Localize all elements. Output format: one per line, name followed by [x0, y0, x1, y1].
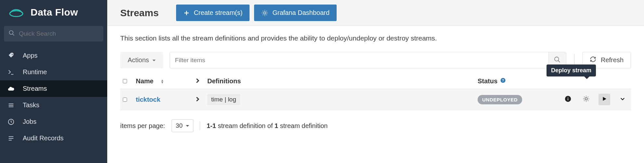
svg-rect-19	[568, 98, 568, 100]
filter-box	[170, 52, 566, 68]
quick-search[interactable]	[4, 26, 103, 41]
column-name-header[interactable]: Name	[136, 77, 153, 85]
svg-point-1	[9, 31, 13, 35]
chevron-right-icon[interactable]	[194, 96, 201, 103]
actions-dropdown[interactable]: Actions	[120, 52, 163, 68]
page-title: Streams	[120, 7, 159, 18]
sidebar-item-label: Jobs	[23, 118, 36, 125]
grafana-icon	[261, 9, 268, 17]
per-page-value: 30	[176, 122, 183, 129]
details-button[interactable]	[562, 94, 574, 105]
sort-icon[interactable]: ▲▼	[161, 79, 164, 84]
sidebar-item-audit[interactable]: Audit Records	[0, 130, 107, 146]
column-definitions-header: Definitions	[207, 77, 241, 85]
tags-icon	[7, 52, 15, 59]
list-icon	[7, 102, 15, 109]
cloud-icon	[7, 85, 15, 92]
sidebar-item-runtime[interactable]: Runtime	[0, 64, 107, 80]
search-icon	[8, 30, 15, 38]
button-label: Create stream(s)	[194, 9, 242, 17]
pager-total: 1	[275, 122, 278, 129]
stream-definition: time | log	[207, 94, 240, 105]
chevron-right-icon[interactable]	[194, 77, 201, 85]
sidebar-item-label: Tasks	[23, 101, 39, 109]
select-all-checkbox[interactable]	[123, 79, 127, 83]
filter-input[interactable]	[170, 52, 548, 68]
pager-summary: 1-1 stream definition of 1 stream defini…	[207, 122, 328, 130]
sidebar: Data Flow Apps Runtime	[0, 0, 107, 163]
more-actions-button[interactable]	[617, 94, 628, 105]
svg-point-21	[585, 98, 587, 100]
sidebar-item-streams[interactable]: Streams	[0, 80, 107, 97]
svg-line-2	[13, 34, 14, 36]
header-bar: Streams Create stream(s) Grafana Dashboa…	[107, 0, 644, 26]
sidebar-item-label: Apps	[23, 52, 38, 59]
brand: Data Flow	[0, 0, 107, 26]
caret-down-icon	[152, 56, 156, 64]
grafana-row-button[interactable]	[580, 94, 592, 105]
divider	[200, 122, 200, 130]
button-label: Grafana Dashboard	[272, 9, 329, 17]
refresh-icon	[590, 56, 596, 64]
caret-down-icon	[186, 122, 189, 129]
sidebar-item-apps[interactable]: Apps	[0, 47, 107, 64]
chevron-down-icon	[620, 96, 625, 103]
status-badge: UNDEPLOYED	[478, 95, 522, 104]
brand-logo-icon	[8, 6, 25, 19]
pager-range: 1-1	[207, 122, 216, 129]
play-icon	[601, 96, 607, 103]
info-icon	[564, 95, 572, 104]
items-per-page-select[interactable]: 30	[172, 119, 193, 132]
intro-text: This section lists all the stream defini…	[120, 34, 631, 42]
content-area: This section lists all the stream defini…	[107, 26, 644, 163]
pagination: items per page: 30 1-1 stream definition…	[120, 119, 631, 132]
sidebar-item-label: Streams	[23, 85, 47, 92]
row-checkbox[interactable]	[123, 98, 127, 102]
main: Streams Create stream(s) Grafana Dashboa…	[107, 0, 644, 163]
grafana-dashboard-button[interactable]: Grafana Dashboard	[254, 5, 337, 21]
sidebar-nav: Apps Runtime Streams Tasks Jobs	[0, 47, 107, 146]
create-stream-button[interactable]: Create stream(s)	[176, 5, 250, 21]
streams-table: Name ▲▼ Definitions	[120, 74, 631, 110]
stream-name-link[interactable]: ticktock	[136, 96, 161, 103]
items-per-page-label: items per page:	[120, 122, 165, 130]
column-status-header: Status	[478, 77, 497, 85]
svg-point-13	[264, 12, 266, 14]
clock-icon	[7, 118, 15, 125]
records-icon	[7, 135, 15, 142]
quick-search-input[interactable]	[19, 30, 99, 37]
sidebar-item-label: Audit Records	[23, 134, 64, 142]
grafana-icon	[583, 95, 590, 104]
deploy-button[interactable]	[599, 94, 610, 105]
sidebar-item-tasks[interactable]: Tasks	[0, 97, 107, 113]
sidebar-item-label: Runtime	[23, 68, 47, 76]
button-label: Refresh	[601, 56, 624, 64]
table-row: ticktock time | log UNDEPLOYED	[120, 89, 631, 110]
help-icon[interactable]: ?	[500, 77, 506, 85]
search-icon	[554, 56, 561, 64]
deploy-tooltip: Deploy stream	[547, 64, 596, 76]
plus-icon	[183, 10, 190, 16]
brand-title: Data Flow	[31, 7, 78, 18]
svg-text:?: ?	[502, 78, 504, 82]
svg-line-15	[558, 60, 560, 62]
terminal-icon	[7, 69, 15, 76]
button-label: Actions	[128, 56, 149, 64]
sidebar-item-jobs[interactable]: Jobs	[0, 113, 107, 130]
svg-rect-20	[568, 97, 568, 98]
svg-point-14	[555, 57, 559, 61]
